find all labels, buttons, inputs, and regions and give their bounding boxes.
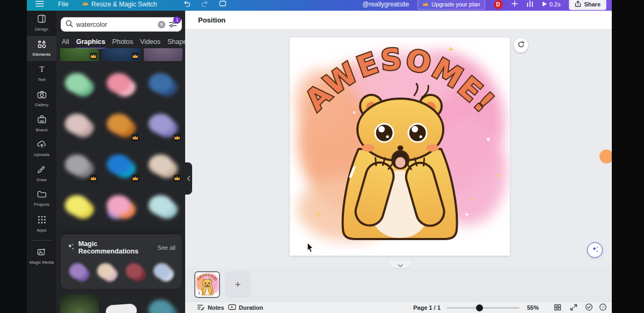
- graphic-result-tile[interactable]: [60, 68, 99, 102]
- design-page[interactable]: AWESOME!: [290, 38, 510, 256]
- status-bar: Notes Duration Page 1 / 1 55% ?: [185, 301, 612, 313]
- clear-search-icon[interactable]: ✕: [158, 21, 165, 28]
- duration-button[interactable]: Duration: [228, 303, 263, 312]
- watercolor-blob-graphic: [63, 192, 96, 221]
- graphic-result-tile[interactable]: [144, 190, 182, 224]
- graphic-result-tile[interactable]: [60, 48, 99, 61]
- undo-icon: [182, 0, 191, 9]
- sidebar-item-elements[interactable]: Elements: [27, 36, 56, 61]
- graphic-result-tile[interactable]: [102, 294, 141, 313]
- graphic-result-tile[interactable]: [144, 68, 182, 102]
- sidebar-item-text[interactable]: TText: [27, 61, 56, 86]
- premium-crown-icon: [173, 175, 181, 182]
- results-row: [60, 48, 182, 61]
- timeline-button[interactable]: [526, 1, 533, 9]
- sidebar-item-brand[interactable]: Brand: [27, 111, 56, 137]
- magic-recommendation-thumb[interactable]: [95, 260, 119, 285]
- saved-status-button[interactable]: [585, 303, 593, 312]
- page-thumbnail-1[interactable]: 1: [194, 271, 220, 298]
- sidebar-item-design[interactable]: Design: [27, 11, 56, 36]
- tab-all[interactable]: All: [62, 38, 69, 49]
- top-bar: File Resize & Magic Switch @reallygreats…: [27, 0, 612, 11]
- graphic-result-tile[interactable]: [102, 108, 141, 143]
- zoom-slider-knob[interactable]: [476, 304, 483, 311]
- tab-videos[interactable]: Videos: [140, 38, 160, 49]
- magic-recommendation-thumb[interactable]: [151, 260, 175, 285]
- magic-recommendation-thumb[interactable]: [123, 260, 148, 285]
- sidebar-item-projects[interactable]: Projects: [27, 187, 56, 211]
- grid-view-button[interactable]: [554, 303, 561, 312]
- graphic-result-tile[interactable]: [60, 149, 99, 183]
- magic-recommendations-title: Magic Recommendations: [78, 240, 153, 255]
- svg-text:?: ?: [602, 305, 604, 310]
- results-row: [60, 149, 182, 183]
- tab-photos[interactable]: Photos: [112, 38, 133, 49]
- panel-collapse-button[interactable]: [185, 162, 192, 195]
- share-button[interactable]: Share: [569, 0, 606, 10]
- mouse-cursor: [306, 242, 314, 255]
- add-member-button[interactable]: [511, 1, 518, 9]
- graphic-result-tile[interactable]: [144, 108, 182, 143]
- menu-button[interactable]: [35, 1, 44, 9]
- graphic-result-tile[interactable]: [102, 48, 141, 61]
- watercolor-blob-graphic: [105, 192, 137, 221]
- upgrade-plan-button[interactable]: Upgrade your plan: [418, 0, 485, 10]
- help-button[interactable]: ?: [599, 303, 607, 312]
- graphic-result-tile[interactable]: [60, 108, 99, 143]
- graphic-result-tile[interactable]: [102, 149, 141, 183]
- sidebar-item-magic-media[interactable]: Magic Media: [27, 244, 56, 269]
- plus-icon: [511, 1, 518, 9]
- watercolor-blob-graphic: [96, 261, 119, 284]
- undo-button[interactable]: [182, 0, 191, 9]
- columns-icon: [526, 1, 533, 9]
- hamburger-icon: [35, 1, 44, 9]
- magic-media-icon: [37, 248, 47, 258]
- graphic-result-tile[interactable]: [144, 149, 182, 183]
- sidebar-item-uploads[interactable]: Uploads: [27, 137, 56, 161]
- zoom-slider[interactable]: [447, 307, 519, 309]
- watercolor-blob-graphic: [152, 261, 175, 284]
- add-page-button[interactable]: +: [225, 271, 250, 298]
- resize-magic-switch-button[interactable]: Resize & Magic Switch: [82, 1, 157, 8]
- bear-character[interactable]: [343, 84, 457, 239]
- see-all-link[interactable]: See all: [157, 244, 175, 251]
- search-icon: [65, 20, 73, 29]
- present-button[interactable]: 0.2s: [542, 1, 561, 8]
- graphic-result-tile[interactable]: [60, 190, 99, 224]
- account-name[interactable]: @reallygreatsite: [362, 1, 409, 8]
- elements-panel: ✕ 1 AllGraphicsPhotosVideosShapes Magic …: [56, 11, 185, 313]
- page-indicator: Page 1 / 1: [413, 303, 441, 312]
- search-input[interactable]: [76, 21, 155, 28]
- graphic-result-tile[interactable]: [144, 48, 182, 61]
- graphic-result-tile[interactable]: [144, 294, 182, 313]
- draw-icon: [37, 165, 46, 176]
- avatar[interactable]: D: [494, 0, 503, 9]
- results-row: [60, 294, 182, 313]
- canva-assistant-button[interactable]: [587, 242, 603, 258]
- sidebar-item-draw[interactable]: Draw: [27, 161, 56, 187]
- filter-button[interactable]: 1: [169, 20, 177, 29]
- watercolor-blob-graphic: [147, 192, 179, 221]
- save-status-button[interactable]: [219, 0, 226, 9]
- rotate-page-button[interactable]: [514, 38, 528, 53]
- sidebar-item-apps[interactable]: Apps: [27, 212, 56, 237]
- graphic-result-tile[interactable]: [102, 190, 141, 224]
- premium-crown-icon: [131, 134, 139, 141]
- collapse-page-panel-button[interactable]: [390, 261, 411, 268]
- magic-recommendation-thumb[interactable]: [67, 260, 91, 285]
- sidebar-item-gallery[interactable]: Gallery: [27, 87, 56, 111]
- tab-graphics[interactable]: Graphics: [76, 38, 105, 49]
- position-button[interactable]: Position: [198, 16, 225, 24]
- results-row: [60, 68, 182, 102]
- graphic-result-tile[interactable]: [102, 68, 141, 102]
- tab-shapes[interactable]: Shapes: [167, 38, 185, 49]
- rotate-icon: [517, 41, 525, 50]
- notes-button[interactable]: Notes: [197, 303, 224, 312]
- fullscreen-button[interactable]: [570, 303, 577, 312]
- file-menu[interactable]: File: [58, 1, 68, 8]
- redo-button[interactable]: [201, 0, 209, 9]
- watercolor-blob-graphic: [63, 111, 96, 140]
- zoom-level: 55%: [527, 303, 539, 312]
- gallery-icon: [37, 91, 47, 101]
- graphic-result-tile[interactable]: [60, 294, 99, 313]
